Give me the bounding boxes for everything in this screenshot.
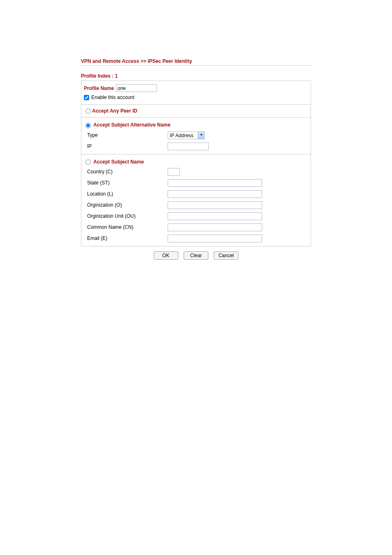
email-label: Email (E) [87, 235, 168, 241]
accept-subject-name-radio[interactable] [85, 159, 91, 165]
country-input[interactable] [168, 168, 180, 176]
profile-name-input[interactable] [116, 84, 157, 92]
san-ip-input[interactable] [168, 143, 209, 150]
profile-index-label: Profile Index : 1 [81, 73, 311, 79]
accept-any-peer-id-label: Accept Any Peer ID [92, 108, 137, 114]
enable-account-checkbox[interactable] [84, 95, 89, 100]
cancel-button[interactable]: Cancel [214, 251, 238, 260]
chevron-down-icon [198, 132, 204, 139]
location-label: Location (L) [87, 191, 168, 197]
state-label: State (ST) [87, 180, 168, 186]
svg-marker-0 [200, 134, 203, 136]
san-ip-label: IP [87, 143, 168, 149]
profile-name-label: Profile Name [84, 85, 116, 91]
san-type-value: IP Address [168, 132, 198, 139]
accept-san-radio[interactable] [85, 123, 91, 128]
clear-button[interactable]: Clear [184, 251, 208, 260]
org-input[interactable] [168, 201, 262, 209]
breadcrumb: VPN and Remote Access >> IPSec Peer Iden… [81, 58, 311, 66]
form-table: Profile Name Enable this account Accept … [81, 81, 311, 246]
orgunit-label: Orginization Unit (OU) [87, 213, 168, 219]
accept-subject-name-label: Accept Subject Name [93, 159, 144, 165]
san-type-select[interactable]: IP Address [168, 131, 205, 139]
commonname-label: Common Name (CN) [87, 224, 168, 230]
orgunit-input[interactable] [168, 212, 262, 220]
enable-account-label: Enable this account [91, 94, 134, 100]
ok-button[interactable]: OK [154, 251, 178, 260]
san-type-label: Type [87, 132, 168, 138]
email-input[interactable] [168, 235, 262, 242]
accept-san-label: Accept Subject Alternative Name [93, 122, 171, 128]
commonname-input[interactable] [168, 223, 262, 231]
location-input[interactable] [168, 190, 262, 198]
country-label: Country (C) [87, 169, 168, 175]
accept-any-peer-id-radio[interactable] [85, 108, 91, 114]
org-label: Orginization (O) [87, 202, 168, 208]
state-input[interactable] [168, 179, 262, 187]
